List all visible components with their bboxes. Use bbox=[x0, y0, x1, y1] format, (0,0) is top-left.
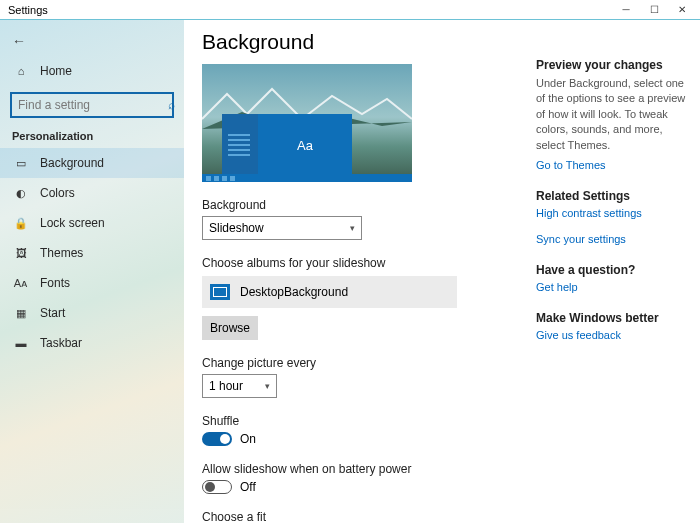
main-content: Background Aa Background Slid bbox=[202, 30, 532, 523]
sidebar-section-header: Personalization bbox=[0, 126, 184, 148]
dropdown-value: 1 hour bbox=[209, 379, 265, 393]
start-icon: ▦ bbox=[12, 307, 30, 320]
sidebar-item-label: Start bbox=[40, 306, 65, 320]
sidebar-item-label: Home bbox=[40, 64, 72, 78]
page-title: Background bbox=[202, 30, 532, 54]
fonts-icon: Aᴀ bbox=[12, 277, 30, 290]
search-input[interactable] bbox=[18, 98, 168, 112]
chevron-down-icon: ▾ bbox=[350, 223, 355, 233]
search-input-wrap[interactable]: ⌕ bbox=[10, 92, 174, 118]
feedback-link[interactable]: Give us feedback bbox=[536, 329, 686, 341]
title-bar: Settings ─ ☐ ✕ bbox=[0, 0, 700, 20]
preview-window-mock: Aa bbox=[222, 114, 352, 176]
back-arrow-icon: ← bbox=[12, 33, 26, 49]
get-help-link[interactable]: Get help bbox=[536, 281, 686, 293]
chevron-down-icon: ▾ bbox=[265, 381, 270, 391]
preview-taskbar-mock bbox=[202, 174, 412, 182]
sidebar-item-taskbar[interactable]: ▬ Taskbar bbox=[0, 328, 184, 358]
shuffle-toggle[interactable] bbox=[202, 432, 232, 446]
maximize-button[interactable]: ☐ bbox=[640, 0, 668, 20]
preview-aa-text: Aa bbox=[258, 114, 352, 176]
sidebar-item-background[interactable]: ▭ Background bbox=[0, 148, 184, 178]
question-header: Have a question? bbox=[536, 263, 686, 277]
home-icon: ⌂ bbox=[12, 65, 30, 77]
sidebar-item-colors[interactable]: ◐ Colors bbox=[0, 178, 184, 208]
album-icon bbox=[210, 284, 230, 300]
sidebar-item-label: Taskbar bbox=[40, 336, 82, 350]
battery-state: Off bbox=[240, 480, 256, 494]
back-button[interactable]: ← bbox=[0, 26, 184, 56]
battery-label: Allow slideshow when on battery power bbox=[202, 462, 532, 476]
battery-toggle[interactable] bbox=[202, 480, 232, 494]
preview-changes-header: Preview your changes bbox=[536, 58, 686, 72]
sync-settings-link[interactable]: Sync your settings bbox=[536, 233, 686, 245]
sidebar-item-lockscreen[interactable]: 🔒 Lock screen bbox=[0, 208, 184, 238]
sidebar-item-label: Fonts bbox=[40, 276, 70, 290]
right-panel: Preview your changes Under Background, s… bbox=[536, 30, 686, 523]
sidebar-item-label: Colors bbox=[40, 186, 75, 200]
related-settings-header: Related Settings bbox=[536, 189, 686, 203]
album-name: DesktopBackground bbox=[240, 285, 348, 299]
search-icon: ⌕ bbox=[168, 98, 175, 112]
sidebar-home[interactable]: ⌂ Home bbox=[0, 56, 184, 86]
go-to-themes-link[interactable]: Go to Themes bbox=[536, 159, 686, 171]
change-picture-dropdown[interactable]: 1 hour ▾ bbox=[202, 374, 277, 398]
preview-changes-text: Under Background, select one of the opti… bbox=[536, 76, 686, 153]
themes-icon: 🖼 bbox=[12, 247, 30, 259]
background-dropdown[interactable]: Slideshow ▾ bbox=[202, 216, 362, 240]
colors-icon: ◐ bbox=[12, 187, 30, 200]
minimize-button[interactable]: ─ bbox=[612, 0, 640, 20]
background-label: Background bbox=[202, 198, 532, 212]
lock-icon: 🔒 bbox=[12, 217, 30, 230]
fit-label: Choose a fit bbox=[202, 510, 532, 523]
close-button[interactable]: ✕ bbox=[668, 0, 696, 20]
sidebar-item-fonts[interactable]: Aᴀ Fonts bbox=[0, 268, 184, 298]
background-icon: ▭ bbox=[12, 157, 30, 170]
shuffle-state: On bbox=[240, 432, 256, 446]
shuffle-label: Shuffle bbox=[202, 414, 532, 428]
make-better-header: Make Windows better bbox=[536, 311, 686, 325]
taskbar-icon: ▬ bbox=[12, 337, 30, 349]
high-contrast-link[interactable]: High contrast settings bbox=[536, 207, 686, 219]
browse-button[interactable]: Browse bbox=[202, 316, 258, 340]
sidebar-item-label: Lock screen bbox=[40, 216, 105, 230]
sidebar-item-label: Background bbox=[40, 156, 104, 170]
sidebar-item-label: Themes bbox=[40, 246, 83, 260]
background-preview: Aa bbox=[202, 64, 412, 182]
dropdown-value: Slideshow bbox=[209, 221, 350, 235]
album-item[interactable]: DesktopBackground bbox=[202, 276, 457, 308]
change-picture-label: Change picture every bbox=[202, 356, 532, 370]
albums-label: Choose albums for your slideshow bbox=[202, 256, 532, 270]
sidebar: ← ⌂ Home ⌕ Personalization ▭ Background … bbox=[0, 20, 184, 523]
window-title: Settings bbox=[8, 4, 48, 16]
sidebar-item-themes[interactable]: 🖼 Themes bbox=[0, 238, 184, 268]
sidebar-item-start[interactable]: ▦ Start bbox=[0, 298, 184, 328]
